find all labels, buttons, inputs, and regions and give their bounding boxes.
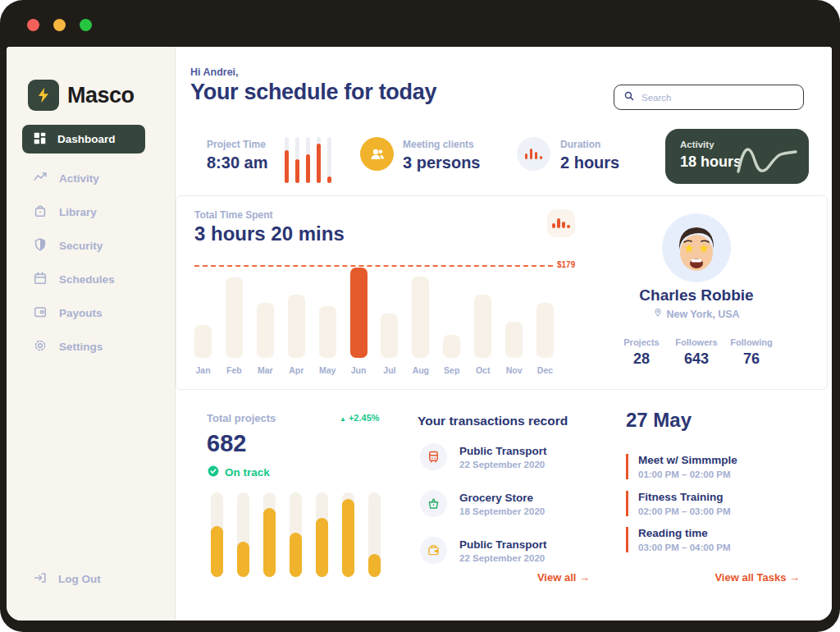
month-bar-column[interactable]: Jul [381,314,398,375]
sidebar-item-label: Library [59,206,97,218]
projects-bar [263,492,276,577]
view-all-tasks-link[interactable]: View all Tasks → [714,571,800,584]
profile-stat-value: 28 [615,350,668,368]
projects-bar [368,492,381,577]
month-bar[interactable] [319,306,336,358]
month-bar-column[interactable]: Mar [257,303,274,375]
sidebar-item-label: Schedules [59,273,115,286]
close-button[interactable] [27,19,39,31]
month-bar[interactable] [257,303,274,358]
search-box[interactable] [614,85,804,110]
people-icon [360,137,394,171]
month-bar-column[interactable]: Jun [350,268,368,375]
profile-stat-value: 76 [725,350,778,368]
transaction-row[interactable]: Public Transport22 September 2020 [420,537,547,564]
task-name: Meet w/ Simmmple [638,454,737,466]
task-time: 02:00 PM – 03:00 PM [638,506,731,516]
month-label: Apr [289,365,304,375]
task-row[interactable]: Reading time 03:00 PM – 04:00 PM [626,527,731,552]
month-bar[interactable] [226,277,243,358]
task-row[interactable]: Fitness Training 02:00 PM – 03:00 PM [626,491,731,516]
sidebar-item-schedules[interactable]: Schedules [33,263,115,296]
month-bar-column[interactable]: Oct [474,295,491,375]
time-spent-card: Total Time Spent 3 hours 20 mins $179 Ja… [176,195,828,390]
month-bar-column[interactable]: Jan [194,325,212,375]
projects-bar [237,492,249,577]
stat-value: 2 hours [560,153,619,172]
projects-bar-chart [211,492,381,577]
search-input[interactable] [641,93,794,103]
stat-value: 8:30 am [207,153,268,172]
month-label: Jul [383,365,395,375]
greeting-text: Hi Andrei, [190,66,239,78]
month-bar[interactable] [194,325,212,358]
wallet-icon [420,537,447,564]
avatar[interactable] [662,213,731,282]
app-window-frame: Masco Dashboard Activity Library [0,0,840,632]
logout-button[interactable]: Log Out [33,570,101,588]
month-bar[interactable] [381,314,398,358]
view-all-tasks-label: View all Tasks [714,571,786,584]
location-pin-icon [653,308,663,320]
arrow-right-icon: → [579,571,590,584]
minimize-button[interactable] [53,19,66,31]
bar-chart-toggle-icon[interactable] [547,209,575,237]
activity-card-label: Activity [680,140,714,149]
sidebar-item-dashboard[interactable]: Dashboard [22,125,145,153]
profile-name: Charles Robbie [602,286,791,305]
task-time: 03:00 PM – 04:00 PM [638,543,731,552]
profile-stats: Projects 28 Followers 643 Following 76 [615,337,778,368]
zoom-button[interactable] [80,19,92,31]
stat-value: 3 persons [403,153,480,172]
sidebar-item-label: Payouts [59,307,103,319]
month-bar[interactable] [443,335,460,358]
change-badge: ▲+2.45% [340,413,380,423]
month-bar-column[interactable]: Feb [226,277,243,375]
sidebar: Masco Dashboard Activity Library [7,47,176,621]
month-bar-column[interactable]: Sep [443,335,460,375]
activity-card[interactable]: Activity 18 hours [665,129,809,184]
month-bar[interactable] [505,322,523,358]
month-bar-column[interactable]: Apr [288,295,305,375]
month-bar[interactable] [536,303,554,358]
month-bar[interactable] [412,277,429,358]
transaction-row[interactable]: Public Transport22 September 2020 [420,443,547,470]
sidebar-item-activity[interactable]: Activity [33,162,115,195]
month-bar[interactable] [474,295,491,358]
main-content: Hi Andrei, Your schedule for today Proje… [176,47,832,621]
sidebar-item-security[interactable]: Security [33,229,115,263]
transaction-row[interactable]: Grocery Store18 September 2020 [420,490,545,517]
month-label: Oct [476,365,491,375]
basket-icon [420,490,447,517]
month-bar-column[interactable]: May [319,306,336,375]
profile-stat-projects: Projects 28 [615,337,668,368]
month-bar-column[interactable]: Aug [412,277,429,375]
sidebar-item-settings[interactable]: Settings [33,330,115,364]
sparkline-bar [317,137,321,183]
transaction-date: 18 September 2020 [459,506,545,516]
sidebar-item-label: Security [59,240,103,252]
app-logo-text: Masco [67,83,135,108]
month-bar[interactable] [350,268,368,358]
sidebar-item-payouts[interactable]: Payouts [33,296,115,330]
line-chart-icon [33,170,48,187]
task-name: Fitness Training [638,491,731,503]
month-label: May [319,365,336,375]
stat-project-time: Project Time 8:30 am [207,139,268,172]
transaction-name: Grocery Store [459,492,545,504]
app-window: Masco Dashboard Activity Library [7,47,832,621]
task-row[interactable]: Meet w/ Simmmple 01:00 PM – 02:00 PM [626,454,737,479]
month-bar-column[interactable]: Nov [505,322,523,375]
tasks-block: 27 May Meet w/ Simmmple 01:00 PM – 02:00… [626,409,800,432]
projects-bar [211,492,223,577]
bag-icon [33,204,48,221]
sidebar-item-library[interactable]: Library [33,195,115,229]
profile-location: New York, USA [602,308,791,320]
view-all-transactions-link[interactable]: View all → [537,571,590,584]
lightning-bolt-icon [28,80,59,111]
sidebar-nav: Activity Library Security Schedules Payo… [33,162,115,364]
month-bar-column[interactable]: Dec [536,303,554,375]
month-bar[interactable] [288,295,305,358]
sparkline-bar [295,137,299,183]
card-icon [33,305,48,322]
